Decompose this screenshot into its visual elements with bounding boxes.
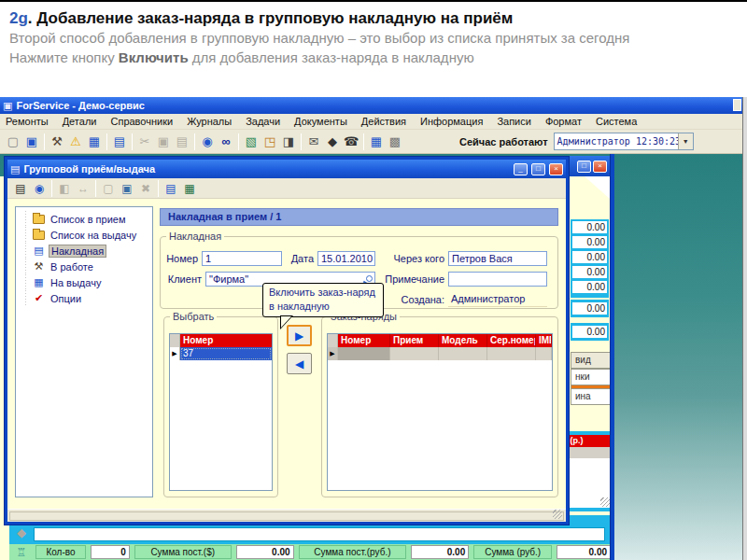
preview-icon[interactable]: ◉ bbox=[198, 133, 217, 151]
phone-icon[interactable]: ☎ bbox=[342, 133, 360, 151]
sum-total-label: Сумма (руб.) bbox=[473, 545, 552, 559]
menu-deystviya[interactable]: Действия bbox=[361, 116, 406, 127]
date-field[interactable]: 15.01.2010 bbox=[317, 251, 375, 266]
menu-detali[interactable]: Детали bbox=[63, 116, 97, 127]
select-column-nomer[interactable]: Номер bbox=[180, 334, 272, 347]
now-working-value: Администратор 12:30:23 bbox=[555, 136, 678, 147]
now-working-combobox[interactable]: Администратор 12:30:23 ▼ bbox=[554, 133, 694, 150]
tooltip-tail bbox=[280, 315, 293, 329]
find-binoculars-icon[interactable]: ∞ bbox=[217, 133, 235, 151]
step-number: 2g bbox=[9, 9, 28, 27]
tree-item-nakladnaya[interactable]: ▤Накладная bbox=[18, 243, 150, 259]
toolbar-separator bbox=[106, 133, 107, 150]
orders-column-nomer[interactable]: Номер bbox=[338, 334, 390, 347]
menu-zapisi[interactable]: Записи bbox=[497, 116, 531, 127]
resize-grip[interactable] bbox=[553, 510, 562, 519]
toolbar-separator bbox=[95, 180, 96, 197]
tree-item-spisok-na-vydachu[interactable]: Список на выдачу bbox=[18, 227, 150, 243]
app-titlebar-button-fragment[interactable] bbox=[733, 99, 741, 111]
orders-column-imei[interactable]: IMEI bbox=[536, 334, 552, 347]
child-close-button[interactable]: × bbox=[593, 161, 607, 173]
export-folder-icon[interactable]: ◳ bbox=[261, 133, 279, 151]
report-icon[interactable]: ▧ bbox=[242, 133, 261, 151]
delete-icon[interactable]: ✖ bbox=[136, 179, 155, 198]
sum-usd-value: 0.00 bbox=[236, 545, 294, 559]
sum-usd-label: Сумма пост.($) bbox=[134, 545, 232, 559]
video-icon[interactable]: ◨ bbox=[279, 133, 298, 151]
tree-item-spisok-v-priem[interactable]: Список в прием bbox=[18, 211, 150, 227]
key-icon[interactable]: ◆ bbox=[323, 133, 342, 151]
dialog-close-button[interactable]: × bbox=[549, 163, 563, 175]
tools-icon: ⚒ bbox=[33, 260, 45, 273]
new-page-icon[interactable]: ▢ bbox=[99, 179, 118, 198]
paste-icon[interactable]: ▤ bbox=[173, 133, 191, 151]
menu-zadachi[interactable]: Задачи bbox=[246, 116, 280, 127]
copy-icon[interactable]: ▣ bbox=[154, 133, 173, 151]
print-color-icon[interactable]: ▤ bbox=[162, 179, 180, 198]
app-titlebar[interactable]: ▣ ForService - Демо-сервис bbox=[0, 97, 742, 114]
menu-zhurnaly[interactable]: Журналы bbox=[187, 116, 232, 127]
tools-icon[interactable]: ⚒ bbox=[48, 133, 66, 151]
calculator-icon[interactable]: ▩ bbox=[386, 133, 404, 151]
orders-empty-row[interactable]: ▶ bbox=[328, 347, 552, 360]
new-document-icon[interactable]: ▢ bbox=[4, 133, 22, 151]
menu-spravochniki[interactable]: Справочники bbox=[110, 116, 173, 127]
copy-page-icon[interactable]: ▣ bbox=[118, 179, 136, 198]
child-statusbar: ♖ Кол-во 0 Сумма пост.($) 0.00 Сумма пос… bbox=[9, 544, 611, 560]
edit-table-icon[interactable]: ▦ bbox=[367, 133, 386, 151]
select-row-37[interactable]: ▶ 37 bbox=[170, 347, 272, 360]
open-document-icon[interactable]: ▣ bbox=[22, 133, 41, 151]
dialog-titlebar[interactable]: ▤ Групповой приём/выдача _ □ × bbox=[7, 160, 566, 178]
via-field[interactable]: Петров Вася bbox=[448, 251, 547, 266]
tab-vid[interactable]: вид bbox=[571, 352, 611, 369]
child-maximize-button[interactable]: □ bbox=[577, 161, 591, 173]
orders-column-priem[interactable]: Прием bbox=[390, 334, 439, 347]
combo-dropdown-button[interactable]: ▼ bbox=[678, 133, 693, 149]
note-label: Примечание bbox=[379, 272, 444, 287]
instruction-line-2: Нажмите кнопку Включить для добавления з… bbox=[9, 48, 702, 67]
tab-ina[interactable]: ина bbox=[571, 388, 611, 405]
menu-format[interactable]: Формат bbox=[545, 116, 582, 127]
dialog-maximize-button[interactable]: □ bbox=[531, 163, 545, 175]
menu-informatsiya[interactable]: Информация bbox=[420, 116, 483, 127]
orders-column-model[interactable]: Модель bbox=[439, 334, 487, 347]
menu-sistema[interactable]: Система bbox=[596, 116, 637, 127]
menu-dokumenty[interactable]: Документы bbox=[294, 116, 347, 127]
bottom-input-field[interactable] bbox=[34, 527, 605, 541]
dialog-minimize-button[interactable]: _ bbox=[514, 163, 528, 175]
date-label: Дата bbox=[286, 251, 314, 266]
child-window-right-border bbox=[610, 154, 614, 560]
cut-icon[interactable]: ✂ bbox=[135, 133, 154, 151]
resize-grip[interactable] bbox=[600, 497, 610, 507]
number-field[interactable]: 1 bbox=[202, 251, 282, 266]
tree-item-v-rabote[interactable]: ⚒В работе bbox=[18, 259, 150, 274]
cart-icon[interactable]: ▦ bbox=[85, 133, 104, 151]
mail-icon[interactable]: ✉ bbox=[304, 133, 323, 151]
toolbar-separator bbox=[44, 133, 45, 150]
amount-field: 0.00 bbox=[572, 281, 607, 293]
tooltip: Включить заказ-наряд в накладную bbox=[262, 283, 384, 317]
exclude-order-button[interactable]: ◀ bbox=[287, 353, 312, 374]
dialog-icon: ▤ bbox=[10, 163, 20, 175]
excel-export-icon[interactable]: ▦ bbox=[180, 179, 199, 198]
instruction-block: 2g. Добавление заказ-наряда в групповую … bbox=[9, 9, 719, 67]
fit-width-icon[interactable]: ↔ bbox=[74, 179, 92, 198]
save-icon[interactable]: ◧ bbox=[55, 179, 74, 198]
warning-icon[interactable]: ⚠ bbox=[66, 133, 85, 151]
instruction-line-1: Второй способ добавления в групповую нак… bbox=[9, 28, 702, 48]
tree-item-na-vydachu[interactable]: ▦На выдачу bbox=[18, 274, 150, 290]
tree-item-optsii[interactable]: ✔Опции bbox=[18, 290, 150, 306]
menu-remont[interactable]: Ремонты bbox=[6, 116, 49, 127]
marker-column-header bbox=[170, 334, 180, 347]
orders-column-sernomer[interactable]: Сер.номер bbox=[487, 334, 536, 347]
print-icon[interactable]: ▤ bbox=[11, 179, 30, 198]
table-view-icon[interactable]: ▤ bbox=[110, 133, 129, 151]
mdi-area: □ × 0.00 0.00 0.00 0.00 0.00 0.00 0.00 bbox=[0, 154, 742, 560]
search-icon[interactable] bbox=[366, 275, 373, 282]
maximize-icon: □ bbox=[582, 161, 586, 170]
print-preview-icon[interactable]: ◉ bbox=[30, 179, 49, 198]
note-field[interactable] bbox=[448, 272, 547, 287]
amount-field: 0.00 bbox=[572, 236, 607, 248]
app-window: ▣ ForService - Демо-сервис Ремонты Детал… bbox=[0, 97, 742, 560]
tab-nki[interactable]: нки bbox=[571, 369, 611, 385]
